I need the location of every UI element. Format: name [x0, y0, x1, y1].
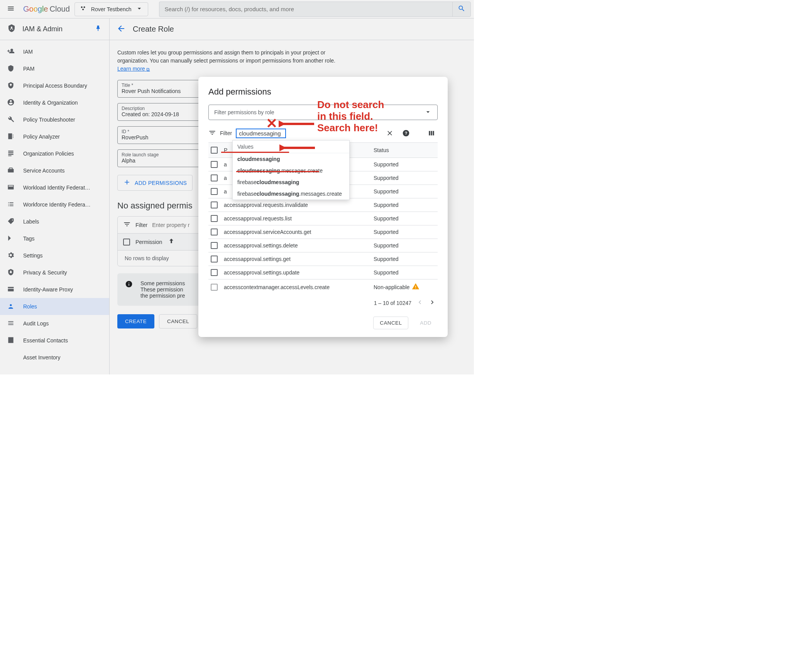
permission-filter-input[interactable] — [236, 129, 286, 138]
boundary-icon — [7, 81, 15, 90]
sidebar-item-label: Principal Access Boundary — [23, 83, 87, 89]
sort-asc-icon[interactable] — [167, 237, 175, 246]
row-checkbox[interactable] — [211, 229, 218, 235]
create-button[interactable]: CREATE — [117, 314, 154, 328]
autocomplete-option[interactable]: firebasecloudmessaging — [233, 176, 349, 188]
permission-status: Non-applicable — [374, 283, 435, 291]
select-all-checkbox[interactable] — [211, 147, 218, 154]
gear-icon — [7, 251, 15, 260]
row-checkbox[interactable] — [211, 256, 218, 262]
sidebar-title: IAM & Admin — [22, 25, 63, 33]
wrench-icon — [7, 115, 15, 124]
permission-row[interactable]: accessapproval.settings.deleteSupported — [208, 239, 438, 252]
autocomplete-option[interactable]: cloudmessaging — [233, 153, 349, 165]
sidebar-item[interactable]: Labels — [0, 213, 109, 230]
role-filter-dropdown[interactable]: Filter permissions by role — [208, 105, 438, 120]
list-doc-icon — [7, 149, 15, 158]
help-button[interactable]: ? — [400, 127, 412, 139]
row-checkbox[interactable] — [211, 174, 218, 181]
pager-next[interactable] — [428, 298, 436, 307]
sidebar-item[interactable]: Organization Policies — [0, 145, 109, 162]
svg-point-1 — [83, 7, 85, 8]
plus-icon — [123, 178, 131, 187]
permission-name: accessapproval.serviceAccounts.get — [224, 229, 367, 235]
sidebar-item-label: Identity & Organization — [23, 100, 78, 106]
card-icon — [7, 183, 15, 192]
chevron-tag-icon — [7, 234, 15, 243]
sidebar-item-label: Tags — [23, 235, 35, 242]
sidebar-item[interactable]: Roles — [0, 298, 109, 315]
gcp-logo[interactable]: Google Cloud — [23, 5, 70, 14]
sidebar-item[interactable]: Policy Analyzer — [0, 128, 109, 145]
modal-add-button[interactable]: ADD — [414, 317, 438, 329]
svg-text:?: ? — [405, 131, 408, 135]
row-checkbox[interactable] — [211, 188, 218, 195]
modal-cancel-button[interactable]: CANCEL — [373, 317, 408, 329]
sidebar-item[interactable]: Audit Logs — [0, 315, 109, 332]
person-add-icon — [7, 47, 15, 56]
sidebar-item[interactable]: Essential Contacts — [0, 332, 109, 349]
sidebar-item[interactable]: Workload Identity Federat… — [0, 179, 109, 196]
permission-row[interactable]: accessapproval.requests.invalidateSuppor… — [208, 198, 438, 212]
sidebar-item[interactable]: IAM — [0, 43, 109, 60]
autocomplete-option[interactable]: cloudmessaging.messages.create — [233, 165, 349, 176]
project-picker[interactable]: Rover Testbench — [74, 2, 148, 16]
clear-filter-button[interactable] — [384, 127, 396, 139]
row-checkbox[interactable] — [211, 202, 218, 208]
row-checkbox[interactable] — [211, 284, 218, 291]
sidebar-item-label: Service Accounts — [23, 168, 64, 174]
svg-point-2 — [82, 8, 84, 10]
iam-product-icon — [7, 24, 16, 35]
global-search — [159, 2, 471, 17]
sidebar-item[interactable]: Identity-Aware Proxy — [0, 281, 109, 298]
row-checkbox[interactable] — [211, 161, 218, 168]
row-checkbox[interactable] — [211, 242, 218, 249]
autocomplete-option[interactable]: firebasecloudmessaging.messages.create — [233, 188, 349, 200]
sidebar-item[interactable]: Settings — [0, 247, 109, 264]
caret-down-icon — [424, 108, 432, 117]
permission-status: Supported — [374, 242, 435, 249]
sidebar-item[interactable]: Principal Access Boundary — [0, 77, 109, 94]
permission-row[interactable]: accesscontextmanager.accessLevels.create… — [208, 279, 438, 295]
filter-label: Filter — [135, 222, 147, 228]
list-icon — [7, 200, 15, 209]
svg-point-0 — [81, 7, 83, 8]
autocomplete-popup: Values cloudmessagingcloudmessaging.mess… — [232, 140, 350, 200]
back-arrow[interactable] — [117, 24, 126, 34]
permission-row[interactable]: accessapproval.settings.updateSupported — [208, 266, 438, 279]
cancel-button[interactable]: CANCEL — [159, 314, 197, 328]
warning-icon — [412, 283, 420, 291]
menu-icon — [7, 5, 15, 14]
pin-icon[interactable] — [95, 24, 102, 34]
sidebar-item[interactable]: Tags — [0, 230, 109, 247]
sidebar-item-label: Labels — [23, 218, 39, 225]
sidebar-item[interactable]: Policy Troubleshooter — [0, 111, 109, 128]
search-button[interactable] — [452, 2, 471, 17]
add-permissions-button[interactable]: ADD PERMISSIONS — [117, 175, 193, 191]
col-permission: Permission — [135, 239, 162, 245]
learn-more-link[interactable]: Learn more ⧉ — [117, 66, 150, 72]
sidebar-item[interactable]: Workforce Identity Federa… — [0, 196, 109, 213]
project-icon — [80, 5, 87, 14]
hamburger-menu[interactable] — [3, 2, 19, 17]
sidebar-item[interactable]: Privacy & Security — [0, 264, 109, 281]
sidebar-item-label: Workload Identity Federat… — [23, 185, 90, 191]
sidebar-item-label: Audit Logs — [23, 320, 49, 327]
permission-row[interactable]: accessapproval.requests.listSupported — [208, 212, 438, 225]
sidebar-item[interactable]: Identity & Organization — [0, 94, 109, 111]
caret-down-icon — [135, 5, 143, 14]
permission-row[interactable]: accessapproval.serviceAccounts.getSuppor… — [208, 225, 438, 239]
pager-prev[interactable] — [416, 298, 424, 307]
audit-icon — [7, 319, 15, 328]
row-checkbox[interactable] — [211, 269, 218, 276]
row-checkbox[interactable] — [211, 215, 218, 222]
analyzer-icon — [7, 132, 15, 141]
sidebar-item[interactable]: PAM — [0, 60, 109, 77]
permission-row[interactable]: accessapproval.settings.getSupported — [208, 252, 438, 266]
search-input[interactable] — [159, 2, 452, 17]
column-selector-button[interactable] — [425, 127, 438, 139]
select-all-checkbox[interactable] — [123, 239, 130, 246]
service-account-icon — [7, 166, 15, 175]
sidebar-item[interactable]: Service Accounts — [0, 162, 109, 179]
sidebar-item[interactable]: Asset Inventory — [0, 349, 109, 366]
